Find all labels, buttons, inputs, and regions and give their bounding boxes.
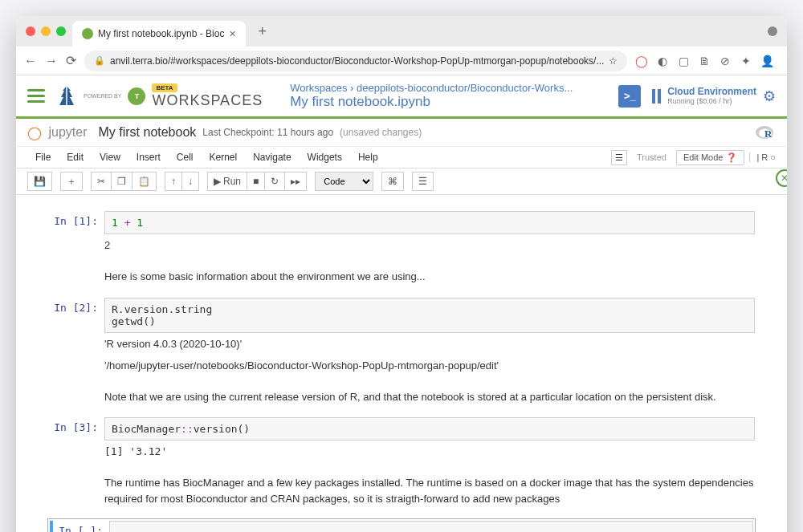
terra-header: POWERED BY T BETA WORKSPACES Workspaces … — [16, 75, 787, 119]
menu-view[interactable]: View — [92, 148, 128, 166]
gear-icon[interactable]: ⚙ — [763, 87, 776, 105]
jupyter-header: ◯ jupyter My first notebook Last Checkpo… — [16, 119, 787, 147]
menu-widgets[interactable]: Widgets — [300, 148, 350, 166]
breadcrumb-title[interactable]: My first notebook.ipynb — [290, 94, 607, 110]
powered-by-label: POWERED BY — [84, 93, 121, 99]
cloud-environment[interactable]: Cloud Environment Running ($0.06 / hr) ⚙ — [652, 86, 776, 106]
cell-output: 2 — [104, 234, 755, 256]
ext-icon-5[interactable]: ⊘ — [719, 55, 732, 67]
new-tab-button[interactable]: + — [252, 23, 274, 40]
jupyter-logo-icon[interactable]: ◯ jupyter — [27, 125, 87, 140]
kernel-badge: | R ○ — [749, 152, 776, 162]
cloud-env-status: Running ($0.06 / hr) — [667, 97, 756, 106]
browser-address-bar: ← → ⟳ 🔒 anvil.terra.bio/#workspaces/deep… — [16, 47, 787, 75]
menu-edit[interactable]: Edit — [59, 148, 92, 166]
logo-group: POWERED BY T BETA WORKSPACES — [56, 83, 263, 109]
unsaved-label: (unsaved changes) — [340, 127, 422, 138]
code-input[interactable]: R.version.string getwd() — [104, 298, 755, 333]
main-menu-button[interactable] — [27, 89, 45, 103]
tab-title: My first notebook.ipynb - Bioc — [98, 28, 224, 39]
extensions-icon[interactable]: ✦ — [740, 55, 752, 67]
toc-toggle-icon[interactable]: ☰ — [611, 150, 627, 165]
ext-icon-1[interactable]: ◯ — [635, 55, 648, 67]
code-cell[interactable]: In [1]: 1 + 1 2 — [48, 211, 755, 256]
breadcrumb-path[interactable]: Workspaces › deeppilots-bioconductor/Bio… — [290, 82, 607, 94]
code-input[interactable]: BiocManager::version() — [104, 417, 755, 441]
terminal-icon[interactable]: >_ — [618, 85, 641, 108]
cell-prompt: In [2]: — [48, 298, 104, 376]
toc-button[interactable]: ☰ — [412, 172, 434, 191]
ext-icon-4[interactable]: 🗎 — [698, 55, 711, 67]
command-palette-button[interactable]: ⌘ — [381, 172, 404, 191]
trusted-badge[interactable]: Trusted — [632, 151, 671, 164]
extensions: ◯ ◐ ▢ 🗎 ⊘ ✦ 👤 ⋮ — [635, 55, 787, 67]
menu-insert[interactable]: Insert — [128, 148, 169, 166]
avatar-icon[interactable]: 👤 — [760, 55, 773, 67]
pause-icon — [652, 89, 661, 104]
cut-button[interactable]: ✂ — [91, 172, 112, 191]
minimize-window-icon[interactable] — [41, 26, 51, 36]
cell-type-select[interactable]: Code — [315, 172, 373, 191]
toolbar: 💾 ＋ ✂ ❐ 📋 ↑ ↓ ▶ Run ■ ↻ ▸▸ Code ⌘ ☰ — [16, 169, 787, 195]
interrupt-button[interactable]: ■ — [247, 172, 265, 191]
run-button[interactable]: ▶ Run — [207, 172, 247, 191]
restart-button[interactable]: ↻ — [265, 172, 285, 191]
browser-tab-bar: My first notebook.ipynb - Bioc × + — [16, 16, 787, 47]
breadcrumb: Workspaces › deeppilots-bioconductor/Bio… — [290, 82, 607, 110]
paste-button[interactable]: 📋 — [132, 172, 157, 191]
add-cell-button[interactable]: ＋ — [60, 172, 83, 191]
cell-prompt: In [1]: — [48, 211, 104, 256]
cloud-env-title: Cloud Environment — [667, 86, 756, 97]
close-tab-icon[interactable]: × — [229, 27, 235, 40]
favicon-icon — [82, 28, 93, 39]
forward-button[interactable]: → — [45, 54, 58, 68]
r-logo-icon: R — [755, 124, 776, 141]
close-window-icon[interactable] — [26, 26, 35, 36]
code-input[interactable] — [109, 521, 753, 532]
restart-run-all-button[interactable]: ▸▸ — [285, 172, 307, 191]
markdown-text: Note that we are using the current relea… — [104, 384, 755, 410]
menu-cell[interactable]: Cell — [169, 148, 202, 166]
code-cell-active[interactable]: In [ ]: — [48, 519, 755, 532]
checkpoint-label: Last Checkpoint: 11 hours ago — [202, 127, 333, 138]
notebook-name[interactable]: My first notebook — [98, 125, 196, 140]
workspaces-label: WORKSPACES — [152, 92, 263, 109]
markdown-cell[interactable]: Here is some basic information about the… — [48, 264, 755, 290]
copy-button[interactable]: ❐ — [112, 172, 132, 191]
save-button[interactable]: 💾 — [27, 172, 52, 191]
reload-button[interactable]: ⟳ — [66, 53, 76, 68]
bookmark-star-icon[interactable]: ☆ — [609, 55, 618, 67]
code-input[interactable]: 1 + 1 — [104, 211, 755, 234]
menu-kernel[interactable]: Kernel — [202, 148, 246, 166]
menu-file[interactable]: File — [27, 148, 59, 166]
cell-prompt: In [ ]: — [53, 521, 109, 532]
menu-icon[interactable]: ⋮ — [781, 55, 787, 67]
window-controls — [26, 26, 66, 36]
markdown-text: Here is some basic information about the… — [104, 264, 755, 290]
markdown-text: The runtime has BiocManager and a few ke… — [104, 470, 755, 511]
cell-output: '/home/jupyter-user/notebooks/Bioconduct… — [104, 355, 755, 376]
menu-navigate[interactable]: Navigate — [245, 148, 299, 166]
cell-output: [1] '3.12' — [104, 441, 755, 462]
ext-icon-3[interactable]: ▢ — [677, 55, 690, 67]
markdown-cell[interactable]: Note that we are using the current relea… — [48, 384, 755, 410]
cell-output: 'R version 4.0.3 (2020-10-10)' — [104, 333, 755, 355]
menu-help[interactable]: Help — [350, 148, 386, 166]
move-up-button[interactable]: ↑ — [165, 172, 182, 191]
beta-badge: BETA — [152, 83, 177, 92]
maximize-window-icon[interactable] — [56, 26, 66, 36]
code-cell[interactable]: In [3]: BiocManager::version() [1] '3.12… — [48, 417, 755, 462]
ext-icon-2[interactable]: ◐ — [656, 55, 669, 67]
profile-icon[interactable] — [768, 26, 777, 36]
anvil-logo-icon — [56, 84, 77, 108]
browser-tab[interactable]: My first notebook.ipynb - Bioc × — [72, 21, 246, 47]
back-button[interactable]: ← — [24, 54, 37, 68]
notebook-area: In [1]: 1 + 1 2 Here is some basic infor… — [16, 200, 787, 532]
edit-mode-badge[interactable]: Edit Mode❓ — [676, 150, 745, 165]
markdown-cell[interactable]: The runtime has BiocManager and a few ke… — [48, 470, 755, 511]
terra-logo-icon: T — [128, 87, 145, 105]
lock-icon: 🔒 — [94, 55, 105, 66]
move-down-button[interactable]: ↓ — [182, 172, 199, 191]
code-cell[interactable]: In [2]: R.version.string getwd() 'R vers… — [48, 298, 755, 376]
url-input[interactable]: 🔒 anvil.terra.bio/#workspaces/deeppilots… — [84, 51, 627, 71]
